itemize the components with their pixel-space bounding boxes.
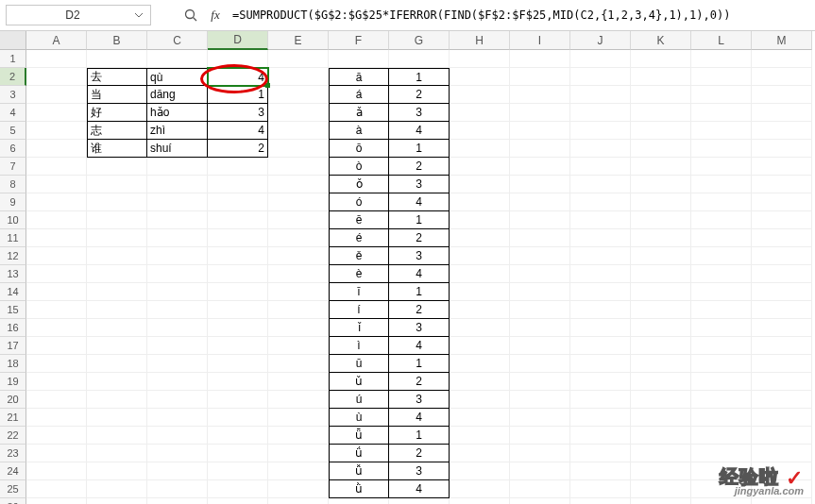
cell-E1[interactable] (268, 50, 329, 68)
cell-J10[interactable] (570, 211, 631, 229)
cell-B15[interactable] (87, 301, 147, 319)
cell-C22[interactable] (147, 427, 208, 445)
col-header-L[interactable]: L (691, 31, 752, 50)
cell-E10[interactable] (268, 211, 329, 229)
cell-D16[interactable] (208, 319, 268, 337)
cell-D19[interactable] (208, 373, 268, 391)
cell-G7[interactable]: 2 (389, 158, 450, 176)
cell-F11[interactable]: é (329, 229, 389, 247)
cell-I2[interactable] (510, 68, 570, 86)
cell-I3[interactable] (510, 86, 570, 104)
cell-I24[interactable] (510, 462, 570, 480)
cell-A25[interactable] (26, 480, 87, 498)
cell-D26[interactable] (208, 498, 268, 504)
cell-I21[interactable] (510, 409, 570, 427)
cell-D24[interactable] (208, 462, 268, 480)
cell-C11[interactable] (147, 229, 208, 247)
cell-J17[interactable] (570, 337, 631, 355)
cell-B1[interactable] (87, 50, 147, 68)
cell-D7[interactable] (208, 158, 268, 176)
cell-A17[interactable] (26, 337, 87, 355)
col-header-D[interactable]: D (208, 31, 268, 50)
cell-H5[interactable] (450, 122, 510, 140)
cell-D21[interactable] (208, 409, 268, 427)
cell-M12[interactable] (752, 247, 812, 265)
cell-M23[interactable] (752, 445, 812, 462)
cell-L15[interactable] (691, 301, 752, 319)
cell-F12[interactable]: ě (329, 247, 389, 265)
cell-G10[interactable]: 1 (389, 211, 450, 229)
cell-H16[interactable] (450, 319, 510, 337)
cell-F18[interactable]: ū (329, 355, 389, 373)
cell-I19[interactable] (510, 373, 570, 391)
cell-H21[interactable] (450, 409, 510, 427)
cell-M19[interactable] (752, 373, 812, 391)
cell-E17[interactable] (268, 337, 329, 355)
row-header-6[interactable]: 6 (0, 140, 26, 158)
cell-L8[interactable] (691, 176, 752, 193)
cell-K25[interactable] (631, 480, 691, 498)
col-header-A[interactable]: A (26, 31, 87, 50)
cell-G2[interactable]: 1 (389, 68, 450, 86)
cell-C17[interactable] (147, 337, 208, 355)
cell-A4[interactable] (26, 104, 87, 122)
cell-L19[interactable] (691, 373, 752, 391)
cell-J6[interactable] (570, 140, 631, 158)
cell-J21[interactable] (570, 409, 631, 427)
cell-G3[interactable]: 2 (389, 86, 450, 104)
cell-G4[interactable]: 3 (389, 104, 450, 122)
cell-M15[interactable] (752, 301, 812, 319)
cell-G9[interactable]: 4 (389, 193, 450, 211)
cell-A19[interactable] (26, 373, 87, 391)
cell-B9[interactable] (87, 193, 147, 211)
cell-E16[interactable] (268, 319, 329, 337)
cell-A2[interactable] (26, 68, 87, 86)
cell-A22[interactable] (26, 427, 87, 445)
row-header-12[interactable]: 12 (0, 247, 26, 265)
cell-L13[interactable] (691, 265, 752, 283)
cell-A18[interactable] (26, 355, 87, 373)
cell-L11[interactable] (691, 229, 752, 247)
cell-H14[interactable] (450, 283, 510, 301)
cell-E26[interactable] (268, 498, 329, 504)
cell-C9[interactable] (147, 193, 208, 211)
cell-L7[interactable] (691, 158, 752, 176)
cell-A10[interactable] (26, 211, 87, 229)
cell-L16[interactable] (691, 319, 752, 337)
cell-E5[interactable] (268, 122, 329, 140)
name-box-dropdown-icon[interactable] (133, 9, 144, 21)
cell-E3[interactable] (268, 86, 329, 104)
cell-G18[interactable]: 1 (389, 355, 450, 373)
cell-B21[interactable] (87, 409, 147, 427)
cell-A11[interactable] (26, 229, 87, 247)
cell-A24[interactable] (26, 462, 87, 480)
row-header-23[interactable]: 23 (0, 445, 26, 462)
cell-J20[interactable] (570, 391, 631, 409)
cell-K1[interactable] (631, 50, 691, 68)
cell-E25[interactable] (268, 480, 329, 498)
cell-M1[interactable] (752, 50, 812, 68)
cell-H3[interactable] (450, 86, 510, 104)
cell-J26[interactable] (570, 498, 631, 504)
row-header-2[interactable]: 2 (0, 68, 26, 86)
cell-L3[interactable] (691, 86, 752, 104)
cell-E19[interactable] (268, 373, 329, 391)
cell-G12[interactable]: 3 (389, 247, 450, 265)
cell-K18[interactable] (631, 355, 691, 373)
cell-L23[interactable] (691, 445, 752, 462)
cell-B16[interactable] (87, 319, 147, 337)
cell-J12[interactable] (570, 247, 631, 265)
cell-C18[interactable] (147, 355, 208, 373)
cell-H24[interactable] (450, 462, 510, 480)
cell-J25[interactable] (570, 480, 631, 498)
cell-L4[interactable] (691, 104, 752, 122)
cell-D9[interactable] (208, 193, 268, 211)
cell-H15[interactable] (450, 301, 510, 319)
cell-K8[interactable] (631, 176, 691, 193)
cell-H7[interactable] (450, 158, 510, 176)
cell-M18[interactable] (752, 355, 812, 373)
cell-G6[interactable]: 1 (389, 140, 450, 158)
cell-F6[interactable]: ō (329, 140, 389, 158)
cell-D5[interactable]: 4 (208, 122, 268, 140)
cell-G8[interactable]: 3 (389, 176, 450, 193)
